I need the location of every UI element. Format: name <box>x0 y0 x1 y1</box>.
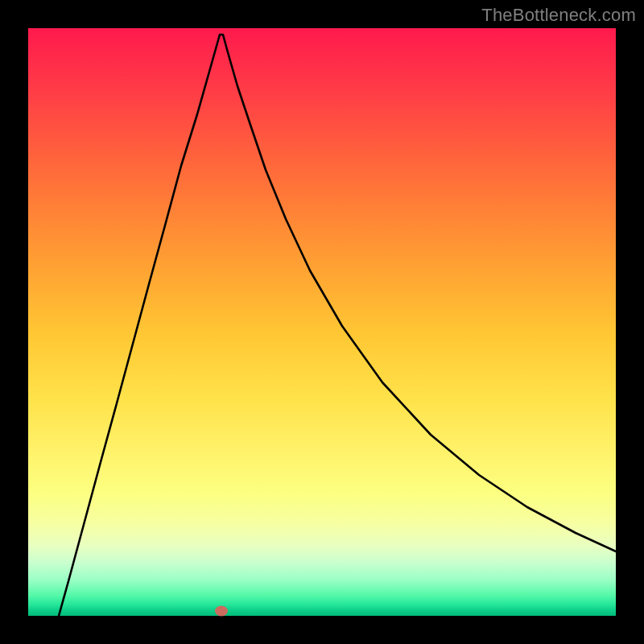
plot-area <box>28 28 616 616</box>
minimum-marker <box>215 606 228 617</box>
bottleneck-curve <box>28 28 616 616</box>
watermark-text: TheBottleneck.com <box>481 5 636 26</box>
outer-frame: TheBottleneck.com <box>0 0 644 644</box>
